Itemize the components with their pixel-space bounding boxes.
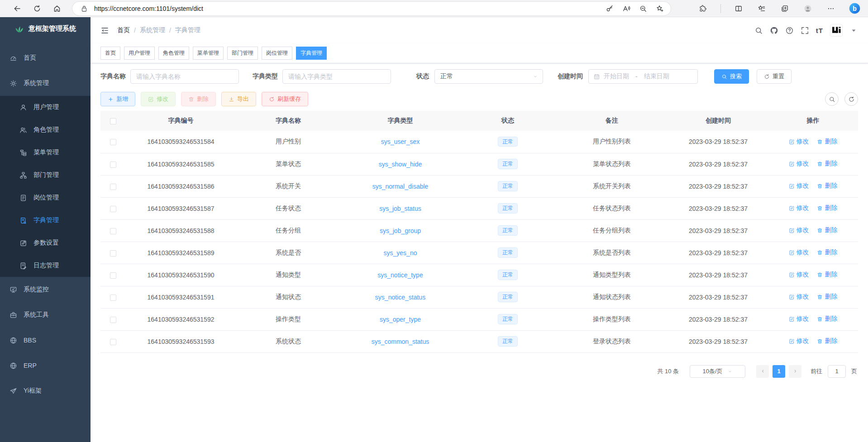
row-edit-button[interactable]: 修改 <box>789 138 809 146</box>
dict-type-link[interactable]: sys_user_sex <box>381 138 420 145</box>
sidebar-item[interactable]: 首页 <box>0 45 91 71</box>
dict-type-link[interactable]: sys_notice_type <box>377 271 423 279</box>
tab[interactable]: 角色管理 <box>158 47 189 60</box>
page-size-select[interactable]: 10条/页 <box>690 365 745 378</box>
search-button[interactable]: 搜索 <box>714 69 749 84</box>
row-delete-button[interactable]: 删除 <box>817 337 837 345</box>
tab[interactable]: 菜单管理 <box>193 47 224 60</box>
sidebar-item[interactable]: ERP <box>0 353 91 378</box>
dict-type-link[interactable]: sys_yes_no <box>384 249 417 257</box>
dict-type-link[interactable]: sys_job_status <box>379 205 421 212</box>
row-delete-button[interactable]: 删除 <box>817 204 837 212</box>
row-checkbox[interactable] <box>110 295 116 301</box>
row-checkbox[interactable] <box>110 206 116 212</box>
breadcrumb-home[interactable]: 首页 <box>117 26 130 34</box>
dict-type-link[interactable]: sys_job_group <box>380 227 421 234</box>
sidebar-item[interactable]: Yi框架 <box>0 378 91 404</box>
favorite-add-icon[interactable] <box>655 4 664 13</box>
sidebar-item[interactable]: 用户管理 <box>0 96 91 119</box>
prev-page-button[interactable] <box>756 365 769 378</box>
row-edit-button[interactable]: 修改 <box>789 226 809 234</box>
more-menu-icon[interactable] <box>825 3 836 14</box>
row-edit-button[interactable]: 修改 <box>789 160 809 168</box>
password-key-icon[interactable] <box>605 4 614 13</box>
favorites-icon[interactable] <box>756 3 767 14</box>
row-checkbox[interactable] <box>110 317 116 323</box>
zoom-out-icon[interactable] <box>639 4 648 13</box>
sidebar-item[interactable]: 参数设置 <box>0 232 91 254</box>
help-icon[interactable] <box>785 26 794 35</box>
row-edit-button[interactable]: 修改 <box>789 271 809 279</box>
row-delete-button[interactable]: 删除 <box>817 226 837 234</box>
extensions-icon[interactable] <box>697 3 708 14</box>
dict-type-link[interactable]: sys_common_status <box>372 338 429 345</box>
profile-icon[interactable] <box>802 3 813 14</box>
row-checkbox[interactable] <box>110 228 116 234</box>
caret-down-icon[interactable] <box>849 26 858 35</box>
sidebar-item[interactable]: BBS <box>0 328 91 353</box>
row-checkbox[interactable] <box>110 184 116 190</box>
next-page-button[interactable] <box>789 365 801 378</box>
address-bar[interactable]: https://ccnetcore.com:1101/system/dict <box>72 2 671 15</box>
sidebar-item[interactable]: 日志管理 <box>0 254 91 277</box>
date-start-placeholder[interactable]: 开始日期 <box>604 72 629 81</box>
sidebar-collapse-icon[interactable] <box>100 26 109 35</box>
home-icon[interactable] <box>52 3 62 14</box>
row-checkbox[interactable] <box>110 162 116 168</box>
reload-icon[interactable] <box>32 3 43 14</box>
github-icon[interactable] <box>770 26 778 35</box>
sidebar-item[interactable]: 角色管理 <box>0 119 91 141</box>
sidebar-item[interactable]: 系统监控 <box>0 277 91 302</box>
text-size-icon[interactable]: tT <box>816 27 823 34</box>
row-edit-button[interactable]: 修改 <box>789 204 809 212</box>
sidebar-item[interactable]: 系统管理 <box>0 71 91 96</box>
row-checkbox[interactable] <box>110 139 116 145</box>
row-delete-button[interactable]: 删除 <box>817 271 837 279</box>
row-delete-button[interactable]: 删除 <box>817 293 837 301</box>
split-screen-icon[interactable] <box>733 3 744 14</box>
row-checkbox[interactable] <box>110 250 116 257</box>
read-aloud-icon[interactable] <box>622 4 631 13</box>
tab[interactable]: 用户管理 <box>124 47 155 60</box>
sidebar-item[interactable]: 系统工具 <box>0 302 91 328</box>
add-button[interactable]: 新增 <box>100 92 135 106</box>
user-avatar[interactable] <box>830 24 843 37</box>
sidebar-item[interactable]: 菜单管理 <box>0 141 91 164</box>
row-delete-button[interactable]: 删除 <box>817 315 837 323</box>
row-edit-button[interactable]: 修改 <box>789 293 809 301</box>
dict-type-link[interactable]: sys_normal_disable <box>372 183 429 190</box>
date-end-placeholder[interactable]: 结束日期 <box>644 72 669 81</box>
dict-type-input[interactable] <box>282 69 391 84</box>
refresh-cache-button[interactable]: 刷新缓存 <box>262 92 308 106</box>
goto-page-input[interactable] <box>828 365 846 378</box>
row-edit-button[interactable]: 修改 <box>789 337 809 345</box>
sidebar-item[interactable]: 部门管理 <box>0 164 91 186</box>
url-text[interactable]: https://ccnetcore.com:1101/system/dict <box>94 5 605 12</box>
copilot-bing-icon[interactable]: b <box>849 2 861 14</box>
row-delete-button[interactable]: 删除 <box>817 138 837 146</box>
tab[interactable]: 首页 <box>100 47 120 60</box>
toggle-search-button[interactable] <box>825 92 839 106</box>
refresh-table-button[interactable] <box>844 92 858 106</box>
export-button[interactable]: 导出 <box>221 92 256 106</box>
search-icon[interactable] <box>754 26 763 35</box>
edit-button[interactable]: 修改 <box>141 92 176 106</box>
select-all-checkbox[interactable] <box>110 118 116 124</box>
row-edit-button[interactable]: 修改 <box>789 315 809 323</box>
page-number-1[interactable]: 1 <box>773 365 785 378</box>
sidebar-item[interactable]: 岗位管理 <box>0 186 91 209</box>
status-select[interactable]: 正常 <box>434 69 543 84</box>
dict-type-link[interactable]: sys_show_hide <box>379 161 422 168</box>
reset-button[interactable]: 重置 <box>757 69 792 84</box>
dict-type-link[interactable]: sys_oper_type <box>380 316 421 323</box>
fullscreen-icon[interactable] <box>801 26 809 35</box>
row-delete-button[interactable]: 删除 <box>817 248 837 257</box>
dict-type-link[interactable]: sys_notice_status <box>375 294 425 301</box>
row-edit-button[interactable]: 修改 <box>789 182 809 190</box>
sidebar-item[interactable]: 字典管理 <box>0 209 91 232</box>
row-checkbox[interactable] <box>110 272 116 279</box>
row-delete-button[interactable]: 删除 <box>817 160 837 168</box>
date-range-picker[interactable]: 开始日期 - 结束日期 <box>588 69 698 84</box>
collections-icon[interactable] <box>779 3 790 14</box>
row-checkbox[interactable] <box>110 339 116 345</box>
